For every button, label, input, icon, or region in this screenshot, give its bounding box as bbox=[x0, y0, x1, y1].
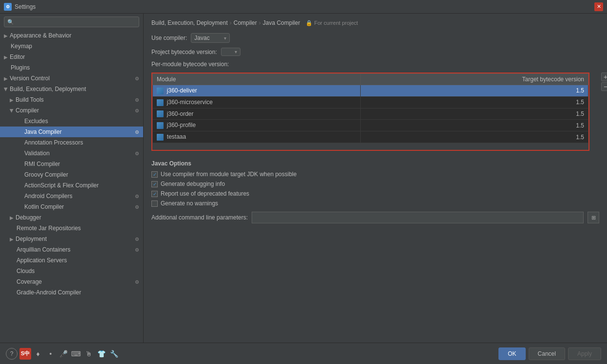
sidebar-item-java-compiler[interactable]: Java Compiler ⚙ bbox=[0, 127, 143, 137]
sidebar-item-clouds[interactable]: Clouds bbox=[0, 266, 143, 276]
sidebar-item-label: Plugins bbox=[11, 64, 30, 71]
additional-cmd-input[interactable] bbox=[252, 212, 584, 223]
cancel-button[interactable]: Cancel bbox=[529, 347, 565, 360]
sidebar-item-appearance[interactable]: ▶ Appearance & Behavior bbox=[0, 30, 143, 41]
arrow-open-icon: ▶ bbox=[9, 109, 15, 112]
browse-icon: ⊞ bbox=[591, 215, 596, 221]
sidebar-item-validation[interactable]: Validation ⚙ bbox=[0, 148, 143, 159]
breadcrumb-part-3: Java Compiler bbox=[263, 19, 300, 26]
add-module-button[interactable]: + bbox=[601, 73, 607, 81]
table-row[interactable]: j360-profile 1.5 bbox=[153, 120, 589, 131]
arrow-icon: ▶ bbox=[10, 237, 14, 242]
settings-icon: ⚙ bbox=[135, 76, 139, 81]
module-icon bbox=[157, 110, 164, 117]
table-row[interactable]: j360-order 1.5 bbox=[153, 108, 589, 120]
table-row[interactable]: testaaa 1.5 bbox=[153, 131, 589, 143]
sidebar-item-version-control[interactable]: ▶ Version Control ⚙ bbox=[0, 73, 143, 84]
search-box[interactable]: 🔍 bbox=[4, 17, 139, 27]
module-icon bbox=[157, 134, 164, 141]
sidebar-item-kotlin-compiler[interactable]: Kotlin Compiler ⚙ bbox=[0, 201, 143, 212]
sougou-icon[interactable]: S中 bbox=[19, 348, 31, 360]
sidebar-item-groovy-compiler[interactable]: Groovy Compiler bbox=[0, 169, 143, 180]
sidebar-item-label: Annotation Processors bbox=[24, 139, 83, 146]
arrow-icon: ▶ bbox=[4, 55, 8, 60]
breadcrumb: Build, Execution, Deployment › Compiler … bbox=[151, 19, 599, 26]
per-module-label: Per-module bytecode version: bbox=[151, 61, 599, 68]
sidebar-item-android-compilers[interactable]: Android Compilers ⚙ bbox=[0, 191, 143, 201]
sidebar-item-remote-jar-repos[interactable]: Remote Jar Repositories bbox=[0, 223, 143, 234]
table-header-module: Module bbox=[153, 74, 361, 85]
sidebar-item-label: Remote Jar Repositories bbox=[17, 225, 81, 232]
module-name-cell: testaaa bbox=[153, 131, 361, 143]
sidebar-item-debugger[interactable]: ▶ Debugger bbox=[0, 212, 143, 223]
arrow-icon: ▶ bbox=[10, 215, 14, 220]
close-button[interactable]: ✕ bbox=[594, 2, 603, 11]
use-compiler-row: Use compiler: Javac ▾ bbox=[151, 33, 599, 43]
module-icon bbox=[157, 122, 164, 129]
sidebar-item-build-exec-deploy[interactable]: ▶ Build, Execution, Deployment bbox=[0, 84, 143, 94]
settings-icon: ⚙ bbox=[135, 247, 139, 253]
sidebar-item-label: Validation bbox=[24, 150, 50, 157]
checkbox-row-generate-debug-info: ✓ Generate debugging info bbox=[151, 181, 599, 187]
checkbox-report-deprecated[interactable]: ✓ bbox=[151, 191, 158, 197]
sidebar-item-deployment[interactable]: ▶ Deployment ⚙ bbox=[0, 234, 143, 244]
settings-icon: ⚙ bbox=[135, 279, 139, 285]
javac-checkboxes: ✓ Use compiler from module target JDK wh… bbox=[151, 171, 599, 207]
checkbox-use-compiler-module[interactable]: ✓ bbox=[151, 171, 158, 178]
table-row[interactable]: j360-deliver 1.5 bbox=[153, 85, 589, 97]
sidebar-item-keymap[interactable]: Keymap bbox=[0, 41, 143, 52]
help-button[interactable]: ? bbox=[6, 348, 18, 360]
sidebar-item-annotation-processors[interactable]: Annotation Processors bbox=[0, 137, 143, 148]
sidebar-item-editor[interactable]: ▶ Editor bbox=[0, 52, 143, 62]
settings-icon: ⚙ bbox=[135, 194, 139, 199]
sidebar-item-compiler[interactable]: ▶ Compiler ⚙ bbox=[0, 105, 143, 116]
sidebar-item-rmi-compiler[interactable]: RMI Compiler bbox=[0, 159, 143, 169]
title-bar-text: Settings bbox=[15, 3, 36, 10]
sidebar-item-actionscript-compiler[interactable]: ActionScript & Flex Compiler bbox=[0, 180, 143, 191]
use-compiler-select[interactable]: Javac ▾ bbox=[191, 33, 230, 43]
checkbox-generate-no-warnings[interactable] bbox=[151, 200, 158, 207]
checkbox-generate-debug-info[interactable]: ✓ bbox=[151, 181, 158, 187]
taskbar-item-7[interactable]: 🔧 bbox=[108, 348, 120, 360]
settings-icon: ⚙ bbox=[135, 204, 139, 210]
chevron-down-icon: ▾ bbox=[235, 49, 237, 55]
table-row[interactable]: j360-microservice 1.5 bbox=[153, 96, 589, 108]
remove-module-button[interactable]: − bbox=[601, 82, 607, 91]
sidebar-item-gradle-android-compiler[interactable]: Gradle-Android Compiler bbox=[0, 287, 143, 298]
checkbox-row-generate-no-warnings: Generate no warnings bbox=[151, 200, 599, 207]
main-layout: 🔍 ▶ Appearance & Behavior Keymap ▶ Edito… bbox=[0, 14, 607, 343]
sidebar-item-excludes[interactable]: Excludes bbox=[0, 116, 143, 127]
taskbar-item-3[interactable]: 🎤 bbox=[57, 348, 69, 360]
settings-icon: ⚙ bbox=[135, 97, 139, 103]
breadcrumb-part-1: Build, Execution, Deployment bbox=[151, 19, 228, 26]
taskbar-item-6[interactable]: 👕 bbox=[95, 348, 107, 360]
sidebar-item-label: Excludes bbox=[24, 118, 48, 125]
taskbar-item-2[interactable]: • bbox=[45, 348, 56, 360]
apply-button[interactable]: Apply bbox=[568, 347, 601, 360]
bottom-right-buttons: OK Cancel Apply bbox=[498, 347, 601, 360]
javac-options-title: Javac Options bbox=[151, 160, 599, 167]
sidebar-item-coverage[interactable]: Coverage ⚙ bbox=[0, 276, 143, 287]
arrow-icon: ▶ bbox=[10, 97, 14, 103]
taskbar-item-5[interactable]: 🖱 bbox=[83, 348, 94, 360]
ok-button[interactable]: OK bbox=[498, 347, 525, 360]
sidebar-item-application-servers[interactable]: Application Servers bbox=[0, 255, 143, 266]
sidebar-item-arquillian-containers[interactable]: Arquillian Containers ⚙ bbox=[0, 244, 143, 255]
taskbar-item-4[interactable]: ⌨ bbox=[70, 348, 82, 360]
module-icon bbox=[157, 88, 164, 94]
sidebar-item-build-tools[interactable]: ▶ Build Tools ⚙ bbox=[0, 94, 143, 105]
additional-cmd-row: Additional command line parameters: ⊞ bbox=[151, 212, 599, 223]
module-table: Module Target bytecode version j360-deli… bbox=[152, 73, 589, 143]
taskbar: S中 ♦ • 🎤 ⌨ 🖱 👕 🔧 bbox=[19, 348, 120, 360]
taskbar-item-1[interactable]: ♦ bbox=[32, 348, 44, 360]
search-input[interactable] bbox=[16, 18, 136, 25]
additional-cmd-browse-button[interactable]: ⊞ bbox=[588, 212, 599, 223]
sidebar-item-label: RMI Compiler bbox=[24, 161, 60, 167]
sidebar-item-label: Java Compiler bbox=[24, 128, 62, 135]
sidebar-item-label: Keymap bbox=[11, 43, 32, 50]
module-version-cell: 1.5 bbox=[361, 96, 589, 108]
sidebar-item-label: Clouds bbox=[17, 268, 35, 274]
module-table-wrapper: Module Target bytecode version j360-deli… bbox=[151, 73, 589, 151]
sidebar-item-plugins[interactable]: Plugins bbox=[0, 62, 143, 73]
project-bytecode-select[interactable]: ▾ bbox=[221, 48, 240, 56]
